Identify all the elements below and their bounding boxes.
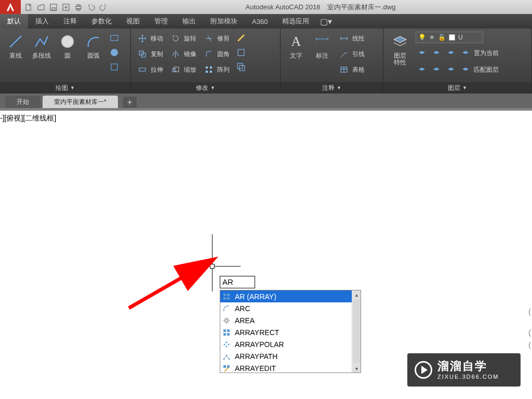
circle-button[interactable]: 圆 [56,32,79,82]
move-button[interactable]: 移动 [135,32,165,45]
title-bar: Autodesk AutoCAD 2018 室内平面素材库一.dwg [0,0,532,14]
doctab-new-icon[interactable]: + [123,97,137,108]
lock-icon: 🔓 [438,34,446,41]
play-icon [415,361,432,379]
layer-name: U [458,34,463,41]
explode-icon[interactable] [235,46,247,59]
ac-item-arrayedit[interactable]: ARRAYEDIT [220,362,361,373]
layer-icn3[interactable] [445,46,457,59]
linear-dim-button[interactable]: 线性 [337,32,367,45]
tab-insert[interactable]: 插入 [28,14,56,29]
app-logo[interactable] [0,0,21,14]
tab-addins[interactable]: 附加模块 [203,14,245,29]
redo-icon[interactable] [98,2,109,13]
stretch-button[interactable]: 拉伸 [135,63,165,76]
erase-icon[interactable] [235,32,247,44]
layer-icn4[interactable] [459,46,472,59]
ac-item-array[interactable]: AR (ARRAY) [220,290,361,302]
bulb-icon: 💡 [418,34,426,41]
rotate-button[interactable]: 旋转 [168,32,198,45]
saveas-icon[interactable] [60,2,72,13]
command-input[interactable]: AR [220,276,255,288]
panel-layers-title[interactable]: 图层▼ [383,82,531,94]
svg-rect-17 [206,66,208,69]
tab-featured[interactable]: 精选应用 [275,14,316,29]
mirror-button[interactable]: 镜像 [168,47,198,61]
svg-point-36 [226,345,228,347]
copy-button[interactable]: 复制 [135,47,165,61]
svg-rect-16 [174,67,179,72]
ac-item-arraypath[interactable]: ARRAYPATH [220,350,361,362]
rect-icon[interactable] [108,32,121,44]
ac-item-arc[interactable]: ARC [220,302,361,314]
hatch-icon[interactable] [108,46,121,59]
tab-a360[interactable]: A360 [245,14,275,29]
tab-parametric[interactable]: 参数化 [84,14,119,29]
scroll-down-icon[interactable]: ▾ [353,364,361,373]
svg-rect-26 [227,294,230,296]
arrayrect-icon [222,328,231,337]
doctab-current[interactable]: 室内平面素材库一* [43,96,118,108]
layer-icn5[interactable] [416,63,428,75]
open-icon[interactable] [35,2,47,13]
tab-view[interactable]: 视图 [119,14,147,29]
offset-icon[interactable] [235,61,247,73]
svg-point-34 [226,341,228,343]
ac-item-area[interactable]: AREA [220,314,361,326]
drawing-canvas[interactable]: -][俯视][二维线框] AR AR (ARRAY) ARC AREA ARRA… [0,111,532,399]
autocomplete-scrollbar[interactable]: ▴ ▾ [352,290,361,373]
scale-button[interactable]: 缩放 [168,63,198,76]
panel-annotation: A文字 标注 线性 引线 表格 注释▼ [281,29,383,94]
fillet-button[interactable]: 圆角 [202,47,232,61]
layer-icn2[interactable] [430,46,443,59]
svg-rect-4 [76,6,81,9]
tab-overflow-icon[interactable]: ▢▾ [316,14,335,29]
arraypolar-icon [222,340,231,349]
layer-icn6[interactable] [430,63,443,75]
ac-item-arrayrect[interactable]: ARRAYRECT [220,326,361,338]
layer-selector[interactable]: 💡 ☀ 🔓 U [416,32,483,43]
svg-rect-14 [139,68,145,71]
layer-icn8[interactable] [459,63,472,75]
svg-rect-11 [111,64,117,70]
match-layer-button[interactable]: 匹配图层 [474,63,499,76]
text-button[interactable]: A文字 [285,32,308,82]
panel-annotation-title[interactable]: 注释▼ [281,82,383,94]
document-tabs: 开始 室内平面素材库一* + [0,94,532,108]
viewport-label[interactable]: -][俯视][二维线框] [0,114,56,123]
svg-point-37 [224,343,225,345]
tab-manage[interactable]: 管理 [147,14,175,29]
make-current-button[interactable]: 置为当前 [474,46,499,60]
tab-output[interactable]: 输出 [175,14,203,29]
layer-icn7[interactable] [445,63,457,75]
arc-button[interactable]: 圆弧 [82,32,105,82]
gear-icon [222,316,231,325]
svg-rect-25 [223,294,226,296]
table-button[interactable]: 表格 [337,63,367,76]
print-icon[interactable] [73,2,84,13]
polyline-button[interactable]: 多段线 [30,32,53,82]
doctab-start[interactable]: 开始 [5,96,41,108]
panel-draw-title[interactable]: 绘图▼ [0,82,130,94]
svg-rect-2 [52,8,55,10]
trim-button[interactable]: 修剪 [202,32,232,45]
leader-button[interactable]: 引线 [337,47,367,61]
layer-properties-button[interactable]: 图层 特性 [388,32,413,82]
ac-item-arraypolar[interactable]: ARRAYPOLAR [220,338,361,350]
panel-modify-title[interactable]: 修改▼ [131,82,280,94]
undo-icon[interactable] [85,2,97,13]
dimension-button[interactable]: 标注 [311,32,334,82]
tab-annotate[interactable]: 注释 [56,14,84,29]
scroll-up-icon[interactable]: ▴ [353,290,361,299]
line-button[interactable]: 直线 [4,32,27,82]
svg-point-38 [223,358,225,360]
layer-icn1[interactable] [416,46,428,59]
svg-point-39 [226,354,228,356]
scroll-thumb[interactable] [353,299,361,364]
tab-default[interactable]: 默认 [0,14,28,29]
save-icon[interactable] [48,2,59,13]
window-title: Autodesk AutoCAD 2018 室内平面素材库一.dwg [109,3,532,12]
new-icon[interactable] [23,2,34,13]
spline-icon[interactable] [108,61,121,73]
array-button[interactable]: 阵列 [202,63,232,76]
